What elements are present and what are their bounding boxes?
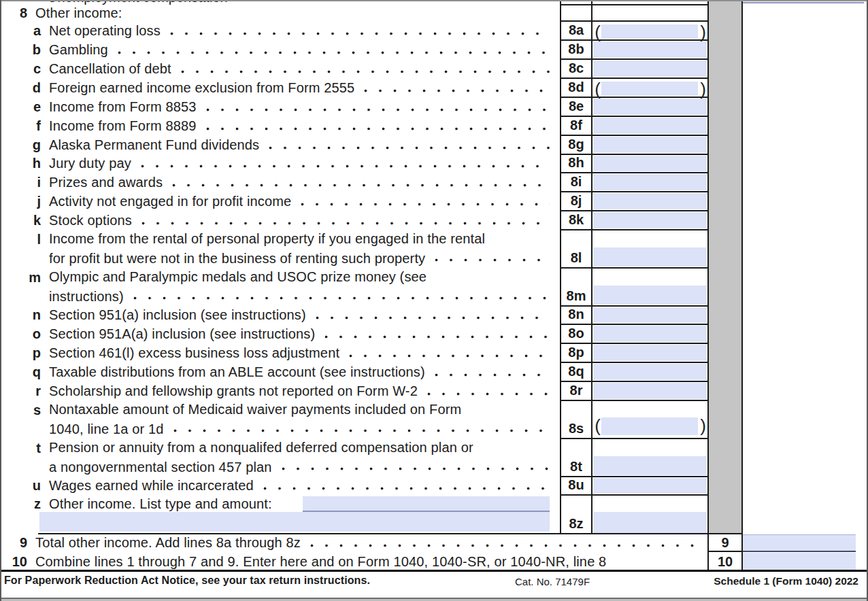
dot-leader [435,258,550,262]
field-8h[interactable] [593,156,707,171]
line-text: Jury duty pay [49,156,131,171]
row-label-8h: 8h [561,154,591,173]
row-8r: r Scholarship and fellowship grants not … [10,381,551,400]
line-text: Net operating loss [49,23,161,39]
row-8b: b Gambling [10,40,551,59]
line-text: Prizes and awards [49,175,163,190]
field-8r[interactable] [593,383,707,399]
row-label-8a: 8a [561,21,591,40]
dot-leader [181,70,550,73]
row-label-8f: 8f [561,116,591,135]
field-8p[interactable] [593,345,707,361]
line-letter: u [10,478,41,494]
row-8n: n Section 951(a) inclusion (see instruct… [10,306,551,324]
line-text: Taxable distributions from an ABLE accou… [49,364,425,380]
dot-leader [118,51,550,54]
line-text: Stock options [49,213,132,228]
row-label-8s: 8s [561,400,591,439]
page-top-edge [0,0,868,1]
row-8-header: 8 Other income: [10,5,551,21]
field-8u[interactable] [593,478,707,494]
field-8g[interactable] [593,137,707,153]
field-8i[interactable] [593,174,707,190]
row-label-8o: 8o [561,324,591,343]
dot-leader [172,184,550,187]
page-left-edge [0,0,1,601]
row-8o: o Section 951A(a) inclusion (see instruc… [10,324,551,343]
line-letter: f [10,118,41,134]
row-label-8i: 8i [561,173,591,192]
line-text: Foreign earned income exclusion from For… [49,80,354,96]
shaded-column [709,1,741,533]
field-8l[interactable] [593,247,707,267]
line-letter: b [10,42,41,58]
field-8z-type-continued[interactable] [39,512,550,532]
field-8e[interactable] [593,99,707,115]
line-letter: l [10,232,41,247]
field-8j[interactable] [593,193,707,209]
line-text: Gambling [49,42,108,58]
field-8a[interactable] [601,24,698,39]
dot-leader [170,32,550,35]
row-8e: e Income from Form 8853 [10,97,551,116]
field-8d[interactable] [601,82,698,96]
row-8z: z Other income. List type and amount: [10,495,551,534]
field-8k[interactable] [593,212,707,228]
paren-close-8d: ) [699,80,707,99]
field-8o[interactable] [593,326,707,342]
field-8z[interactable] [593,512,707,533]
field-8z-type[interactable] [303,496,550,512]
line-text: Section 461(l) excess business loss adju… [49,345,339,361]
line-text: Scholarship and fellowship grants not re… [49,383,418,399]
dot-leader [349,354,550,358]
dot-leader [263,487,550,490]
row-8k: k Stock options [10,211,551,230]
line-text-1: Olympic and Paralympic medals and USOC p… [49,269,551,285]
line-text: Income from Form 8853 [49,99,197,115]
row-8d: d Foreign earned income exclusion from F… [10,78,551,97]
field-8c[interactable] [593,61,707,77]
dot-leader [173,429,550,432]
divider-between-9-10-fields [743,551,856,552]
line-text-1: Income from the rental of personal prope… [49,231,551,247]
dot-leader [364,89,550,92]
row-label-8t: 8t [561,439,591,477]
field-8m[interactable] [593,286,707,305]
line-text: Total other income. Add lines 8a through… [35,535,301,551]
form-edition-label: Schedule 1 (Form 1040) 2022 [714,575,858,587]
row-label-9: 9 [707,533,743,552]
field-8f[interactable] [593,118,707,134]
line-number: 8 [10,5,27,21]
field-10[interactable] [743,553,856,570]
row-8f: f Income from Form 8889 [10,116,551,135]
line-text: Section 951(a) inclusion (see instructio… [49,307,306,323]
row-label-8k: 8k [561,211,591,230]
line-text: Other income. List type and amount: [49,496,272,512]
line-letter: g [10,137,41,153]
field-9[interactable] [743,534,856,551]
divider-vertical-right-of-shaded [741,1,743,533]
line-letter: d [10,80,41,96]
dot-leader [316,316,550,320]
line-text-2: for profit but were not in the business … [49,251,425,267]
row-8s: s Nontaxable amount of Medicaid waiver p… [10,400,551,439]
line-letter: k [10,213,41,228]
dot-leader [133,296,550,300]
row-8l: l Income from the rental of personal pro… [10,230,551,268]
field-8q[interactable] [593,364,707,380]
row-label-8g: 8g [561,135,591,154]
field-8t[interactable] [593,456,707,475]
field-8b[interactable] [593,41,707,58]
field-8s[interactable] [601,417,698,435]
line-text-2: a nongovernmental section 457 plan [49,460,272,475]
line-letter: i [10,175,41,190]
paren-close-8a: ) [699,22,707,41]
row-8i: i Prizes and awards [10,173,551,192]
dot-leader [435,373,550,377]
field-8n[interactable] [593,307,707,323]
row-label-8c: 8c [561,59,591,78]
line-text: Activity not engaged in for profit incom… [49,194,291,209]
row-label-8m: 8m [561,268,591,306]
dot-leader [324,335,550,339]
line-text-1: Pension or annuity from a nonqualifed de… [49,440,551,456]
